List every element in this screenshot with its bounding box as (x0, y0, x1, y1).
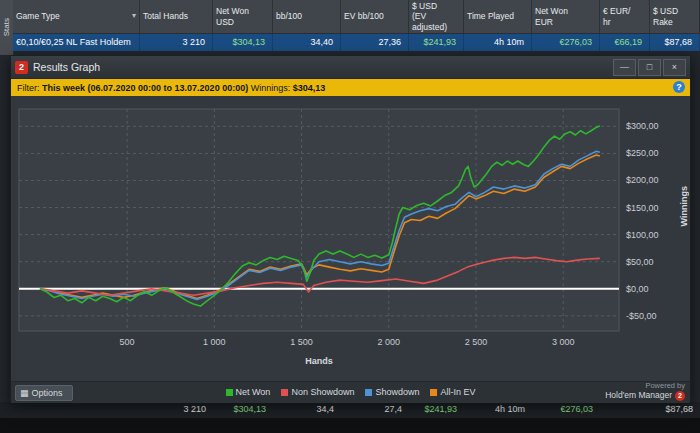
bottom-strip (0, 418, 700, 433)
legend-label: All-In EV (440, 387, 475, 397)
stats-tab-label: Stats (2, 18, 11, 36)
total-usd-ev-adjusted: $241,93 (409, 402, 464, 418)
options-icon: ▦ (20, 388, 29, 398)
svg-text:$0,00: $0,00 (626, 284, 649, 294)
brand-name: Hold'em Manager (605, 391, 672, 401)
legend-item-non-showdown[interactable]: Non Showdown (281, 387, 354, 397)
winnings-label: Winnings: (248, 83, 293, 93)
svg-text:$200,00: $200,00 (626, 175, 659, 185)
filter-range: This week (06.07.2020 00:00 to 13.07.202… (42, 83, 248, 93)
total-eur-hr (600, 402, 650, 418)
dropdown-arrow-icon[interactable]: ▾ (132, 11, 136, 21)
total-net-won-eur: €276,03 (532, 402, 600, 418)
cell-usd-ev-adjusted: $241,93 (409, 34, 464, 51)
total-time-played: 4h 10m (464, 402, 532, 418)
col-header-net-won-eur[interactable]: Net Won EUR (532, 0, 600, 33)
minimize-button[interactable]: — (613, 59, 636, 76)
svg-text:500: 500 (120, 337, 135, 347)
brand-text: Hold'em Manager 2 (605, 391, 685, 401)
svg-text:3 000: 3 000 (552, 337, 575, 347)
x-axis-title: Hands (19, 356, 619, 366)
total-game-type (13, 402, 140, 418)
powered-by: Powered by Hold'em Manager 2 (605, 382, 685, 401)
hm2-logo-icon: 2 (15, 61, 28, 74)
stats-table-header: Game Type▾Total HandsNet Won USDbb/100EV… (13, 0, 700, 34)
col-header-net-won-usd[interactable]: Net Won USD (213, 0, 273, 33)
winnings-value: $304,13 (293, 83, 326, 93)
legend-item-showdown[interactable]: Showdown (365, 387, 419, 397)
legend-label: Showdown (375, 387, 419, 397)
hm2-round-logo-icon: 2 (675, 391, 685, 401)
cell-usd-rake: $87,68 (650, 34, 700, 51)
filter-bar[interactable]: Filter: This week (06.07.2020 00:00 to 1… (11, 79, 690, 96)
cell-ev-bb-100: 27,36 (341, 34, 409, 51)
options-button[interactable]: ▦ Options (15, 385, 73, 401)
col-header-eur-hr[interactable]: € EUR/ hr (600, 0, 650, 33)
window-bottom-bar: ▦ Options Net WonNon ShowdownShowdownAll… (11, 381, 690, 403)
results-chart: 5001 0001 5002 0002 5003 000$300,00$250,… (17, 99, 684, 361)
window-titlebar[interactable]: 2 Results Graph — □ × (11, 56, 690, 79)
cell-net-won-eur: €276,03 (532, 34, 600, 51)
cell-eur-hr: €66,19 (600, 34, 650, 51)
window-title: Results Graph (33, 61, 611, 73)
game-type-row[interactable]: €0,10/€0,25 NL Fast Holdem3 210$304,1334… (13, 34, 700, 51)
cell-game-type: €0,10/€0,25 NL Fast Holdem (13, 34, 140, 51)
legend-label: Non Showdown (291, 387, 354, 397)
col-header-usd-rake[interactable]: $ USD Rake (650, 0, 700, 33)
cell-bb-100: 34,40 (273, 34, 341, 51)
svg-text:1 500: 1 500 (290, 337, 313, 347)
total-usd-rake: $87,68 (650, 402, 700, 418)
chart-area: 5001 0001 5002 0002 5003 000$300,00$250,… (11, 96, 690, 381)
legend-swatch-icon (430, 389, 437, 396)
total-ev-bb-100: 27,4 (341, 402, 409, 418)
legend-swatch-icon (365, 389, 372, 396)
svg-text:$150,00: $150,00 (626, 203, 659, 213)
svg-text:2 500: 2 500 (465, 337, 488, 347)
legend-item-net-won[interactable]: Net Won (226, 387, 271, 397)
totals-row: 3 210$304,1334,427,4$241,934h 10m€276,03… (13, 402, 700, 418)
svg-text:$50,00: $50,00 (626, 257, 654, 267)
col-header-bb-100[interactable]: bb/100 (273, 0, 341, 33)
svg-text:$250,00: $250,00 (626, 148, 659, 158)
cell-time-played: 4h 10m (464, 34, 532, 51)
chart-legend: Net WonNon ShowdownShowdownAll-In EV (226, 387, 476, 397)
legend-swatch-icon (281, 389, 288, 396)
legend-label: Net Won (236, 387, 271, 397)
svg-text:2 000: 2 000 (378, 337, 401, 347)
filter-label: Filter: (17, 83, 42, 93)
col-header-ev-bb-100[interactable]: EV bb/100 (341, 0, 409, 33)
cell-total-hands: 3 210 (140, 34, 213, 51)
close-button[interactable]: × (663, 59, 686, 76)
col-header-time-played[interactable]: Time Played (464, 0, 532, 33)
total-bb-100: 34,4 (273, 402, 341, 418)
svg-text:$300,00: $300,00 (626, 121, 659, 131)
help-icon[interactable]: ? (673, 81, 685, 93)
col-header-total-hands[interactable]: Total Hands (140, 0, 213, 33)
stats-tab[interactable]: Stats (0, 0, 14, 55)
options-label: Options (32, 388, 63, 398)
results-graph-window: 2 Results Graph — □ × Filter: This week … (10, 55, 691, 402)
legend-item-all-in-ev[interactable]: All-In EV (430, 387, 475, 397)
svg-text:$100,00: $100,00 (626, 230, 659, 240)
svg-text:-$50,00: -$50,00 (626, 311, 657, 321)
maximize-button[interactable]: □ (638, 59, 661, 76)
col-header-usd-ev-adjusted[interactable]: $ USD (EV adjusted) (409, 0, 464, 33)
y-axis-title: Winnings (679, 186, 689, 226)
legend-swatch-icon (226, 389, 233, 396)
cell-net-won-usd: $304,13 (213, 34, 273, 51)
svg-text:1 000: 1 000 (203, 337, 226, 347)
total-total-hands: 3 210 (140, 402, 213, 418)
col-header-game-type[interactable]: Game Type▾ (13, 0, 140, 33)
total-net-won-usd: $304,13 (213, 402, 273, 418)
